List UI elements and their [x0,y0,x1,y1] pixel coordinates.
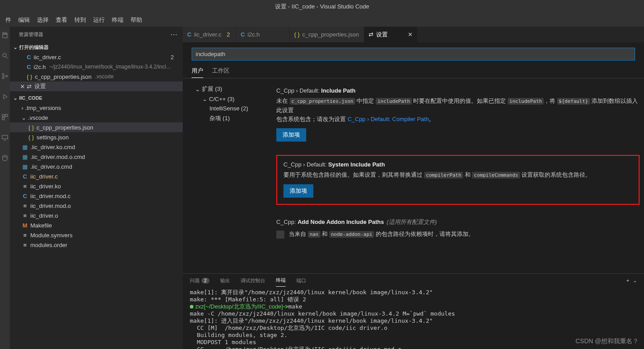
tree-row[interactable]: ≡iic_driver.ko [10,181,183,191]
tree-row[interactable]: ›.tmp_versions [10,103,183,113]
tree-misc[interactable]: 杂项 (1) [186,113,268,124]
database-icon[interactable] [0,153,10,163]
editor-name: i2c.h [33,64,45,70]
svg-point-0 [3,53,6,57]
svg-rect-6 [2,118,4,120]
tab-c-cpp-properties[interactable]: { } c_cpp_properties.json [290,27,364,42]
json-file-icon: { } [294,31,299,38]
tree-row[interactable]: ≡Module.symvers [10,230,183,240]
panel-tab-problems[interactable]: 问题2 [190,272,209,289]
tab-label: iic_driver.c [194,31,221,38]
menu-run[interactable]: 运行 [90,14,108,26]
json-file-icon: { } [27,73,32,80]
tree-row[interactable]: Ciic_driver.c [10,171,183,181]
panel-tab-ports[interactable]: 端口 [296,275,306,287]
open-editors-header[interactable]: ⌄ 打开的编辑器 [10,42,183,52]
panel-tab-terminal[interactable]: 终端 [276,274,286,287]
tree-label: iic_driver.c [30,173,57,180]
terminal-output[interactable]: make[1]: 离开目录"/home/zxz/jz2440/linux ker… [183,287,644,349]
panel-tab-debug[interactable]: 调试控制台 [241,275,265,287]
tree-row[interactable]: ⌄.vscode [10,113,183,122]
tab-iic-driver[interactable]: C iic_driver.c 2 [183,27,236,42]
extensions-icon[interactable] [0,112,10,122]
setting-description: 要用于系统包含路径的值。如果设置，则其将替换通过 compilerPath 和 … [283,170,632,180]
svg-point-3 [6,75,8,77]
tree-row[interactable]: MMakefile [10,220,183,230]
scope-workspace-tab[interactable]: 工作区 [212,64,230,78]
c-file-icon: C [21,173,29,180]
tab-i2c-h[interactable]: C i2c.h [236,27,290,42]
watermark: CSDN @想和我重名？ [575,337,639,345]
c-file-icon: C [27,64,31,70]
tree-row[interactable]: ▦.iic_driver.mod.o.cmd [10,152,183,162]
compiler-path-link[interactable]: C_Cpp › Default: Compiler Path [348,116,429,122]
settings-search-input[interactable] [192,48,635,61]
panel-tabs: 问题2 输出 调试控制台 终端 端口 + ⌄ [183,274,644,287]
menu-file[interactable]: 件 [2,14,15,26]
tree-label: .vscode [28,114,48,121]
folder-header[interactable]: ⌄ IIC_CODE [10,93,183,103]
search-icon[interactable] [0,51,10,61]
bin-file-icon: ▦ [21,154,29,160]
gear-icon: ⇄ [369,31,373,38]
checkbox[interactable] [276,231,284,239]
c-file-icon: C [21,193,29,199]
bin-file-icon: ▦ [21,163,29,170]
tab-settings[interactable]: ⇄ 设置 ✕ [364,27,418,42]
editor-path: .vscode [95,73,114,80]
sidebar-title: 资源管理器 [19,31,43,38]
menu-terminal[interactable]: 终端 [108,14,127,26]
sidebar-header: 资源管理器 ⋯ [10,27,183,42]
explorer-icon[interactable] [0,30,10,40]
tree-intellisense[interactable]: IntelliSense (2) [186,104,268,113]
txt-file-icon: ≡ [21,232,29,239]
tree-row[interactable]: Ciic_driver.mod.c [10,191,183,201]
open-editor-item[interactable]: ✕ ⇄ 设置 [10,81,183,91]
close-icon[interactable]: ✕ [408,31,413,38]
tree-label: Module.symvers [30,232,73,239]
tree-row[interactable]: ▦.iic_driver.ko.cmd [10,142,183,152]
setting-description: 未在 c_cpp_properties.json 中指定 includePath… [276,97,640,124]
scm-icon[interactable] [0,71,10,81]
tree-row[interactable]: ≡iic_driver.mod.o [10,201,183,211]
panel-chevron-icon[interactable]: ⌄ [633,275,637,286]
open-editor-item[interactable]: C iic_driver.c 2 [10,52,183,62]
tree-row[interactable]: ≡iic_driver.o [10,211,183,220]
svg-point-1 [2,73,4,75]
txt-file-icon: ≡ [21,242,29,248]
tree-row[interactable]: { }settings.json [10,132,183,142]
tree-row[interactable]: ≡modules.order [10,240,183,250]
setting-title: C_Cpp › Default: Include Path [276,87,640,94]
svg-rect-4 [2,114,4,117]
menu-selection[interactable]: 选择 [33,14,52,26]
modified-badge: 2 [227,31,230,38]
menu-view[interactable]: 查看 [52,14,71,26]
open-editor-item[interactable]: C i2c.h ~/jz2440/linux_kernel/book_image… [10,62,183,72]
settings-page: 用户 工作区 ⌄扩展 (3) ⌄C/C++ (3) IntelliSense (… [183,42,644,273]
tree-cpp[interactable]: ⌄C/C++ (3) [186,94,268,104]
txt-file-icon: ≡ [21,203,29,209]
panel-tab-output[interactable]: 输出 [220,275,230,287]
tree-row[interactable]: { }c_cpp_properties.json [10,122,183,132]
c-file-icon: C [27,54,31,61]
svg-rect-5 [5,114,8,117]
menu-edit[interactable]: 编辑 [15,14,33,26]
menu-help[interactable]: 帮助 [127,14,146,26]
tree-extensions[interactable]: ⌄扩展 (3) [186,84,268,94]
open-editor-item[interactable]: { } c_cpp_properties.json .vscode [10,72,183,81]
sidebar-more-icon[interactable]: ⋯ [170,30,177,39]
svg-point-8 [3,155,7,157]
add-item-button[interactable]: 添加项 [276,128,306,142]
debug-icon[interactable] [0,92,10,101]
menu-go[interactable]: 转到 [71,14,90,26]
scope-user-tab[interactable]: 用户 [192,64,203,78]
tree-row[interactable]: ▦.iic_driver.o.cmd [10,162,183,171]
tab-label: c_cpp_properties.json [302,31,359,38]
close-icon[interactable]: ✕ [19,83,26,90]
remote-icon[interactable] [0,133,10,142]
add-item-button[interactable]: 添加项 [283,184,313,198]
chevron-down-icon: ⌄ [21,114,26,121]
chevron-down-icon: ⌄ [13,95,17,101]
tree-label: c_cpp_properties.json [37,124,93,131]
panel-add-icon[interactable]: + [627,275,629,286]
